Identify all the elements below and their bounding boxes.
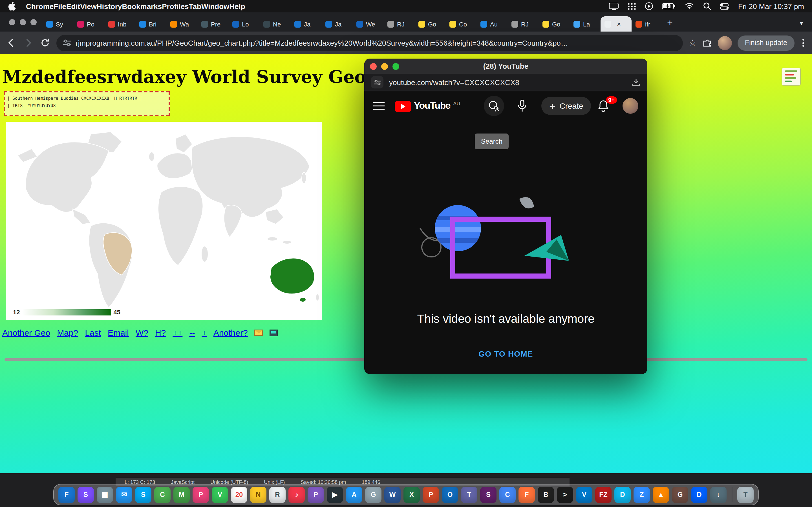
zoom-window-button[interactable]	[393, 63, 399, 69]
keypad-icon[interactable]	[627, 3, 636, 10]
menubar-menu-item[interactable]: Window	[201, 2, 229, 10]
finish-update-button[interactable]: Finish update	[738, 35, 795, 50]
play-status-icon[interactable]	[645, 2, 653, 10]
create-button[interactable]: + Create	[541, 97, 591, 115]
menubar-menu-item[interactable]: Bookmarks	[122, 2, 162, 10]
browser-tab[interactable]: Au	[476, 16, 507, 32]
region-se-asia[interactable]	[266, 209, 284, 224]
notepad-widget-icon[interactable]	[781, 68, 801, 86]
browser-tab[interactable]: Ja	[321, 16, 352, 32]
browser-tab[interactable]: Co	[446, 16, 476, 32]
dock-app-icon[interactable]: ▦	[97, 487, 113, 503]
menubar-menu-item[interactable]: Help	[229, 2, 245, 10]
computer-icon[interactable]	[270, 329, 278, 336]
region-new-zealand[interactable]	[316, 294, 319, 301]
youtube-urlbar[interactable]: youtube.com/watch?v=CXCXCXCXCX8	[364, 74, 647, 91]
trash-icon[interactable]: T	[737, 487, 754, 503]
region-europe[interactable]	[157, 153, 192, 178]
dock-app-icon[interactable]: S	[78, 487, 94, 503]
youtube-titlebar[interactable]: (28) YouTube	[364, 59, 647, 74]
dock-app-icon[interactable]: D	[614, 487, 631, 503]
minimize-window-button[interactable]	[381, 63, 388, 69]
dock-app-icon[interactable]: M	[173, 487, 190, 503]
dock-app-icon[interactable]: X	[403, 487, 420, 503]
browser-tab[interactable]: Wa	[166, 16, 197, 32]
dock-app-icon[interactable]: D	[691, 487, 707, 503]
browser-tab[interactable]: Bri	[135, 16, 166, 32]
dock-app-icon[interactable]: P	[423, 487, 439, 503]
spotlight-search-icon[interactable]	[703, 2, 711, 10]
dock-app-icon[interactable]: A	[346, 487, 362, 503]
page-link[interactable]: Another?	[213, 328, 248, 337]
dock-app-icon[interactable]: B	[538, 487, 554, 503]
dock-app-icon[interactable]: 20	[231, 487, 247, 503]
menubar-menu-item[interactable]: Edit	[66, 2, 80, 10]
zoom-window-button[interactable]	[31, 19, 37, 25]
dock-app-icon[interactable]: P	[193, 487, 209, 503]
page-link[interactable]: Another Geo	[2, 328, 50, 337]
search-button[interactable]	[484, 96, 504, 116]
voice-search-button[interactable]	[512, 96, 532, 116]
dock-app-icon[interactable]: ↓	[710, 487, 726, 503]
control-center-icon[interactable]	[720, 3, 729, 9]
dock-app-icon[interactable]: C	[154, 487, 170, 503]
region-asia[interactable]	[192, 136, 310, 217]
browser-tab[interactable]: Inb	[104, 16, 135, 32]
region-indonesia-2[interactable]	[283, 240, 292, 244]
menubar-menu-item[interactable]: Tab	[189, 2, 201, 10]
dock-app-icon[interactable]: G	[672, 487, 688, 503]
page-link[interactable]: H?	[155, 328, 166, 337]
close-window-button[interactable]	[9, 19, 15, 25]
region-uk[interactable]	[149, 152, 154, 161]
battery-icon[interactable]	[662, 3, 675, 10]
profile-avatar[interactable]	[718, 36, 732, 50]
dock-app-icon[interactable]: ▶	[327, 487, 343, 503]
browser-tab[interactable]: Lo	[229, 16, 259, 32]
browser-tab[interactable]: RJ	[384, 16, 414, 32]
close-window-button[interactable]	[370, 63, 377, 69]
browser-tab[interactable]: Ne	[259, 16, 290, 32]
apple-logo-icon[interactable]	[8, 2, 16, 11]
back-button[interactable]	[6, 38, 17, 48]
site-settings-icon[interactable]	[63, 40, 71, 46]
tab-search-chevron-icon[interactable]: ▾	[800, 20, 809, 32]
browser-tab[interactable]: ifr	[631, 16, 663, 32]
extensions-puzzle-icon[interactable]	[702, 38, 712, 48]
dock-app-icon[interactable]: F	[518, 487, 535, 503]
dock-app-icon[interactable]: O	[442, 487, 458, 503]
dock-app-icon[interactable]: FZ	[595, 487, 612, 503]
browser-tab[interactable]: Ja	[290, 16, 321, 32]
browser-tab[interactable]: ×	[601, 16, 631, 32]
bookmark-star-icon[interactable]: ☆	[689, 38, 696, 48]
browser-tab[interactable]: Go	[539, 16, 569, 32]
go-to-home-button[interactable]: GO TO HOME	[364, 349, 647, 358]
dock-app-icon[interactable]: V	[212, 487, 228, 503]
page-link[interactable]: ++	[172, 328, 183, 337]
page-link[interactable]: Map?	[57, 328, 78, 337]
forward-button[interactable]	[22, 38, 34, 48]
dock-app-icon[interactable]: R	[269, 487, 286, 503]
browser-tab[interactable]: Pre	[197, 16, 229, 32]
dock-app-icon[interactable]: V	[576, 487, 592, 503]
new-tab-button[interactable]: +	[663, 16, 677, 31]
notifications-button[interactable]: 9+	[598, 100, 612, 112]
region-indonesia-1[interactable]	[267, 237, 277, 241]
hamburger-menu-icon[interactable]	[373, 102, 385, 110]
menubar-menu-item[interactable]: Profiles	[162, 2, 189, 10]
region-scandinavia[interactable]	[175, 134, 192, 153]
dock-app-icon[interactable]: W	[384, 487, 401, 503]
browser-tab[interactable]: Po	[73, 16, 104, 32]
dock-app-icon[interactable]: Z	[633, 487, 650, 503]
page-link[interactable]: W?	[136, 328, 148, 337]
dock-app-icon[interactable]: C	[499, 487, 516, 503]
region-australia[interactable]	[270, 258, 314, 294]
dock-app-icon[interactable]: T	[461, 487, 477, 503]
youtube-logo[interactable]: YouTube AU	[395, 100, 460, 112]
region-madagascar[interactable]	[201, 246, 208, 262]
page-link[interactable]: Email	[108, 328, 129, 337]
omnibox[interactable]: rjmprogramming.com.au/PHP/GeoChart/geo_c…	[56, 35, 683, 51]
survey-textarea[interactable]: | Southern Hemispere Buddies CXCXCXCXCX8…	[4, 91, 170, 116]
save-page-icon[interactable]	[631, 78, 641, 86]
page-link[interactable]: --	[189, 328, 195, 337]
dock-app-icon[interactable]: ♪	[289, 487, 305, 503]
